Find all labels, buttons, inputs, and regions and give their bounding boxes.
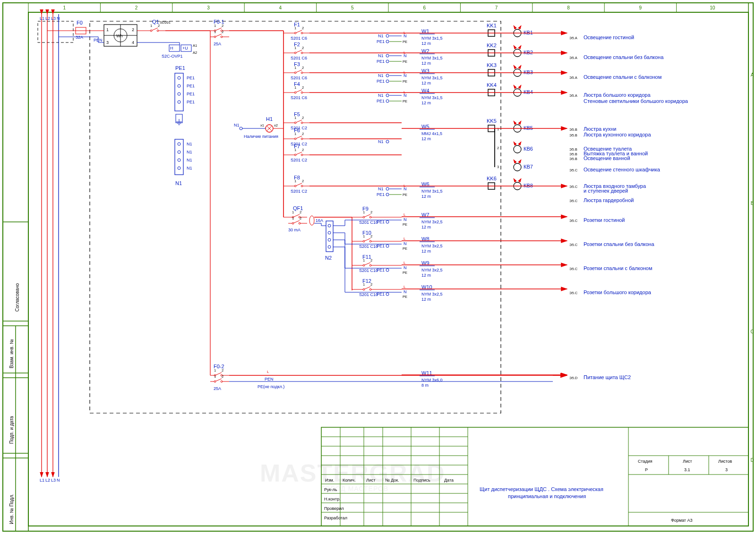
svg-text:КВ3: КВ3 — [524, 69, 533, 75]
svg-text:N1: N1 — [234, 123, 240, 127]
svg-text:H: H — [170, 46, 173, 51]
svg-text:N: N — [404, 265, 407, 270]
cable-W7: W7NYM 3x2,512 m — [402, 212, 567, 229]
svg-text:KK2: KK2 — [487, 42, 497, 48]
svg-text:Щит диспетчеризации ЩДС . Схем: Щит диспетчеризации ЩДС . Схема электрич… — [480, 486, 603, 492]
kk-1: KK2КВ2 — [487, 42, 533, 57]
svg-text:F8: F8 — [294, 175, 300, 180]
terminal-block-in — [38, 21, 73, 42]
svg-text:PE1: PE1 — [377, 79, 385, 84]
svg-text:S201 C10: S201 C10 — [359, 292, 378, 297]
dest-2: Э5.АОсвещение спальни с балконом — [569, 74, 662, 80]
svg-text:Освещение спальни без балкона: Освещение спальни без балкона — [584, 54, 664, 60]
N1-block: N1 N1 N1 N1 N1 — [175, 139, 192, 186]
svg-text:25А: 25А — [214, 42, 221, 46]
cable-W3: W3NYM 3x1,512 m — [402, 68, 567, 85]
kk-kb-row: KK1КВ1KK2КВ2KK3КВ3KK4КВ4KK5КВ5КВ6КВ7KK6К… — [487, 23, 533, 190]
svg-text:N: N — [404, 289, 407, 294]
cable-W2: W2NYM 3x1,512 m — [402, 48, 567, 66]
svg-text:Э5.В: Э5.В — [569, 157, 577, 161]
dest-15: Э5.СРозетки спальни без балкона — [569, 241, 654, 247]
svg-text:32А: 32А — [76, 35, 83, 40]
svg-text:SD201: SD201 — [160, 20, 171, 25]
svg-text:N: N — [404, 186, 407, 191]
svg-text:3: 3 — [497, 165, 499, 169]
svg-text:и ступенек дверей: и ступенек дверей — [584, 188, 628, 194]
svg-text:2: 2 — [135, 5, 138, 10]
svg-text:F2: F2 — [294, 42, 300, 47]
svg-text:F12: F12 — [362, 278, 371, 284]
breaker-F7: F7S201 C2 — [284, 144, 402, 162]
dest-14: Э5.СРозетки гостиной — [569, 217, 625, 223]
svg-text:NYM 3x1,5: NYM 3x1,5 — [421, 189, 443, 194]
breaker-F10: F10S201 C10PE1LNPE — [333, 230, 407, 251]
svg-text:12 m: 12 m — [421, 273, 431, 278]
watermark-sub: ГОРОД МАСТЕРОВ — [321, 485, 388, 492]
svg-text:NYM 3x1,5: NYM 3x1,5 — [421, 76, 443, 80]
svg-text:N: N — [404, 53, 407, 58]
wh-meter: Wh 1 2 3 4 — [86, 25, 137, 46]
svg-text:L3: L3 — [51, 16, 56, 21]
svg-text:3: 3 — [725, 467, 728, 472]
svg-text:12 m: 12 m — [421, 136, 431, 141]
svg-text:H1: H1 — [266, 116, 273, 122]
svg-text:KK4: KK4 — [487, 82, 497, 88]
svg-text:S2C-OVP1: S2C-OVP1 — [162, 54, 183, 59]
svg-text:NYM 3x1,5: NYM 3x1,5 — [421, 36, 443, 41]
svg-text:S201 C6: S201 C6 — [291, 56, 307, 60]
svg-text:3: 3 — [207, 5, 210, 10]
svg-text:PE: PE — [403, 295, 407, 299]
svg-text:PE1: PE1 — [187, 100, 195, 104]
svg-text:L: L — [267, 370, 269, 374]
svg-text:F0: F0 — [77, 20, 83, 25]
svg-text:Розетки большого коридора: Розетки большого коридора — [584, 289, 652, 295]
svg-text:N: N — [404, 217, 407, 222]
svg-text:PE1: PE1 — [187, 84, 195, 88]
svg-text:Люстра кухни: Люстра кухни — [584, 126, 616, 132]
svg-text:12 m: 12 m — [421, 225, 431, 229]
dest-12: и ступенек дверей — [584, 188, 628, 194]
svg-text:Э5.С: Э5.С — [569, 199, 578, 203]
svg-text:Стеновые светильники большого : Стеновые светильники большого коридора — [584, 98, 688, 104]
svg-text:принципиальная и подключения: принципиальная и подключения — [508, 493, 586, 499]
svg-text:N: N — [404, 93, 407, 98]
svg-text:S201 C10: S201 C10 — [359, 220, 378, 225]
cable-W5: W5MMJ 4x1,512 m — [402, 124, 567, 141]
svg-text:КВ6: КВ6 — [524, 146, 533, 152]
svg-text:PE1: PE1 — [175, 65, 185, 71]
svg-text:L: L — [404, 285, 406, 289]
svg-text:KK1: KK1 — [487, 23, 497, 28]
destinations: Э5.АОсвещение гостинойЭ5.АОсвещение спал… — [569, 34, 688, 380]
dest-4: Стеновые светильники большого коридора — [584, 98, 688, 104]
svg-text:NYM 3x2,5: NYM 3x2,5 — [421, 268, 443, 272]
svg-text:F4: F4 — [294, 81, 300, 87]
svg-text:F9: F9 — [362, 206, 369, 212]
svg-text:12 m: 12 m — [421, 61, 431, 66]
svg-text:NYM 3x1,5: NYM 3x1,5 — [421, 56, 443, 60]
svg-text:2: 2 — [497, 146, 499, 150]
kk-6: КВ7 — [514, 160, 533, 171]
frame-columns: 12345678910AВСD — [63, 3, 754, 463]
cable-W4: W4NYM 3x1,512 m — [402, 88, 567, 105]
dest-1: Э5.АОсвещение спальни без балкона — [569, 54, 664, 60]
breaker-F8: F8S201 C2 — [284, 175, 402, 194]
svg-text:Розетки спальни без балкона: Розетки спальни без балкона — [584, 241, 654, 247]
svg-text:Стадия: Стадия — [638, 459, 653, 464]
svg-text:NYM 3x2,5: NYM 3x2,5 — [421, 244, 443, 248]
svg-text:PE: PE — [403, 59, 407, 64]
svg-text:30 mA: 30 mA — [288, 228, 301, 232]
dest-18: Э5.DПитание щита ЩС2 — [569, 374, 631, 380]
svg-text:N1: N1 — [378, 93, 384, 98]
kk-4: KK5КВ5 — [487, 118, 533, 132]
svg-text:КВ5: КВ5 — [524, 125, 533, 131]
svg-text:KK6: KK6 — [487, 176, 497, 181]
svg-text:С: С — [750, 329, 754, 334]
svg-text:NYM 3x2,5: NYM 3x2,5 — [421, 292, 443, 297]
svg-text:7: 7 — [495, 5, 498, 10]
svg-text:КВ4: КВ4 — [524, 89, 533, 95]
svg-text:PE1: PE1 — [377, 192, 385, 197]
N2-block: N2 — [314, 221, 333, 261]
svg-text:N1: N1 — [187, 142, 192, 146]
dest-5: Э5.ВЛюстра кухни — [569, 126, 616, 132]
svg-text:x1: x1 — [260, 123, 264, 127]
